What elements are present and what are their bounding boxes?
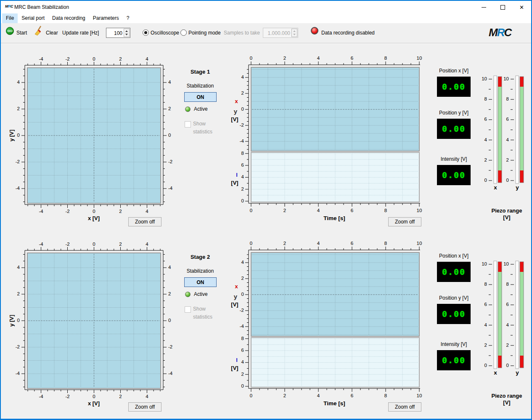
intensity-ytick: 6 — [241, 162, 244, 167]
xy-xtick-bottom: 0 — [93, 394, 95, 399]
position-y-display: 0.00 — [437, 119, 471, 139]
piezo-bars: 0246810x0246810y — [482, 76, 524, 191]
stabilization-on-button[interactable]: ON — [184, 92, 217, 102]
menu-data-recording[interactable]: Data recording — [48, 13, 89, 23]
close-button[interactable]: ✕ — [512, 1, 531, 13]
time-xtick-bottom: 0 — [250, 393, 252, 398]
start-go-icon[interactable]: GO — [6, 27, 14, 35]
piezo-range-title: Piezo range — [482, 393, 532, 399]
piezo-axis-label: x — [494, 184, 497, 191]
oscilloscope-radio-label[interactable]: Oscilloscope — [151, 30, 179, 36]
xy-y-axis-title: y [V] — [8, 130, 15, 141]
position-y-label: Position y [V] — [429, 295, 479, 301]
update-rate-spinbox[interactable]: 100 — [106, 28, 130, 38]
xy-y-axis-title: y [V] — [8, 315, 15, 327]
menu-serial-port[interactable]: Serial port — [18, 13, 48, 23]
show-statistics-label: Show — [193, 306, 206, 312]
time-ytick: -2 — [240, 122, 244, 128]
xy-ytick-left: 2 — [17, 106, 20, 111]
stage-panel-2: -4-4-2-2002244442200-2-2-4-4x [V]y [V]00… — [1, 232, 531, 417]
legend-unit: [V] — [231, 301, 238, 308]
legend-i: I — [236, 357, 238, 363]
oscilloscope-radio[interactable] — [143, 29, 149, 36]
time-xtick-top: 0 — [250, 56, 252, 61]
xy-zoom-off-button[interactable]: Zoom off — [128, 217, 161, 226]
minimize-button[interactable] — [474, 1, 493, 13]
intensity-ytick: 8 — [241, 336, 244, 341]
time-xtick-bottom: 6 — [351, 208, 353, 213]
piezo-tick: 2 — [506, 157, 509, 162]
menu-file[interactable]: File — [2, 13, 18, 23]
time-xtick-top: 2 — [283, 56, 286, 61]
app-window: MRC MRC Beam Stabilization ✕ File Serial… — [0, 0, 532, 420]
xy-ytick-right: -2 — [168, 159, 172, 164]
piezo-axis-label: x — [494, 369, 497, 376]
xy-xtick-top: 4 — [146, 242, 148, 247]
xy-ytick-left: -4 — [16, 371, 20, 376]
xy-ytick-left: 4 — [17, 265, 20, 270]
xy-xtick-top: -4 — [39, 56, 43, 61]
menu-bar: File Serial port Data recording Paramete… — [1, 13, 531, 23]
spin-up-icon — [293, 30, 296, 32]
xy-xtick-top: 0 — [93, 56, 95, 61]
minimize-icon — [482, 7, 486, 8]
piezo-axis-label: y — [516, 184, 519, 191]
time-xtick-top: 0 — [250, 241, 252, 246]
time-xtick-top: 10 — [417, 241, 422, 246]
intensity-display: 0.00 — [437, 350, 471, 370]
time-zoom-off-button[interactable]: Zoom off — [388, 217, 421, 226]
menu-parameters[interactable]: Parameters — [89, 13, 123, 23]
pointing-mode-radio[interactable] — [180, 29, 187, 36]
piezo-tick: 10 — [482, 76, 487, 81]
spin-up-icon[interactable] — [125, 30, 128, 32]
active-label: Active — [194, 291, 208, 297]
menu-help[interactable]: ? — [123, 13, 133, 23]
piezo-axis-label: y — [516, 369, 519, 376]
maximize-icon — [500, 5, 505, 10]
xy-xtick-top: 2 — [119, 242, 122, 247]
xy-ytick-left: 0 — [17, 318, 20, 323]
stabilization-label: Stabilization — [177, 268, 223, 274]
time-xtick-bottom: 6 — [351, 393, 353, 398]
xy-ytick-right: 0 — [168, 318, 171, 323]
time-xtick-top: 2 — [283, 241, 286, 246]
stabilization-label: Stabilization — [177, 83, 223, 89]
piezo-tick: 10 — [503, 76, 509, 81]
start-button[interactable]: Start — [16, 30, 27, 36]
time-xtick-top: 6 — [351, 56, 353, 61]
maximize-button[interactable] — [493, 1, 512, 13]
stabilization-on-button[interactable]: ON — [184, 277, 217, 287]
time-xtick-bottom: 8 — [384, 393, 387, 398]
xy-xtick-bottom: -4 — [39, 394, 43, 399]
piezo-tick: 2 — [484, 343, 487, 348]
piezo-tick: 8 — [484, 282, 487, 287]
time-xtick-bottom: 4 — [317, 208, 320, 213]
intensity-ytick: 0 — [241, 198, 244, 203]
xy-x-axis-title: x [V] — [88, 400, 100, 407]
xy-zoom-off-button[interactable]: Zoom off — [128, 402, 161, 412]
clear-button[interactable]: Clear — [46, 30, 58, 36]
xy-xtick-bottom: -2 — [65, 394, 69, 399]
update-rate-value: 100 — [114, 30, 122, 36]
xy-ytick-left: 2 — [17, 291, 20, 296]
time-xtick-bottom: 10 — [417, 393, 422, 398]
time-zoom-off-button[interactable]: Zoom off — [388, 402, 421, 412]
time-plots: 00224466881010420-2-402468xy[V]I[V]Time … — [231, 56, 422, 221]
position-y-label: Position y [V] — [429, 110, 479, 116]
time-ytick: 4 — [241, 260, 244, 265]
piezo-tick: 10 — [503, 261, 509, 266]
show-statistics-checkbox — [185, 306, 191, 313]
time-xtick-top: 4 — [317, 241, 320, 246]
piezo-tick: 8 — [506, 96, 509, 101]
stage-panel-1: -4-4-2-2002244442200-2-2-4-4x [V]y [V]00… — [1, 47, 531, 232]
close-icon: ✕ — [519, 4, 524, 11]
time-ytick: -4 — [240, 324, 244, 329]
clear-broom-icon[interactable] — [34, 25, 44, 36]
spin-down-icon[interactable] — [125, 34, 128, 35]
xy-ytick-right: 2 — [168, 106, 171, 111]
xy-ytick-right: 4 — [168, 80, 171, 85]
xy-xtick-top: -2 — [65, 242, 69, 247]
pointing-mode-radio-label[interactable]: Pointing mode — [188, 30, 221, 36]
piezo-tick: 4 — [484, 322, 487, 327]
xy-xtick-bottom: 4 — [146, 209, 148, 214]
